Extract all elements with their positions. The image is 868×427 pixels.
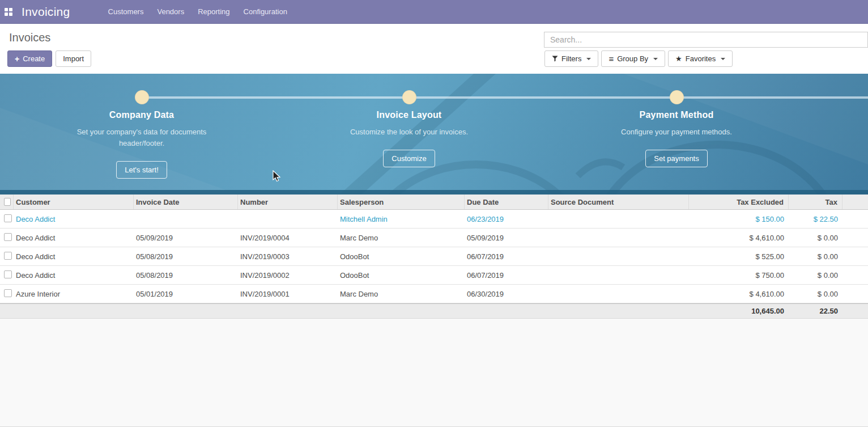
cell-salesperson[interactable]: OdooBot: [338, 252, 465, 261]
cell-due-date[interactable]: 05/09/2019: [465, 234, 548, 242]
cell-invoice-date[interactable]: 05/01/2019: [134, 290, 238, 298]
onboarding-progress-line: [142, 96, 868, 99]
cell-invoice-date[interactable]: 05/08/2019: [134, 252, 238, 261]
table-row[interactable]: Deco Addict 05/08/2019 INV/2019/0003 Odo…: [0, 247, 868, 266]
cell-customer[interactable]: Azure Interior: [14, 290, 134, 298]
group-by-icon: ≡: [609, 54, 614, 63]
table-row[interactable]: Deco Addict 05/09/2019 INV/2019/0004 Mar…: [0, 229, 868, 247]
cell-due-date[interactable]: 06/07/2019: [465, 271, 548, 280]
cell-number[interactable]: INV/2019/0003: [238, 252, 338, 261]
star-icon: ★: [675, 55, 682, 62]
table-footer-row: 10,645.00 22.50: [0, 303, 868, 319]
main-menu: Customers Vendors Reporting Configuratio…: [102, 1, 293, 23]
cell-number[interactable]: INV/2019/0002: [238, 271, 338, 280]
caret-down-icon: [586, 58, 591, 60]
cell-number[interactable]: INV/2019/0001: [238, 290, 338, 298]
step-title: Payment Method: [586, 110, 767, 120]
cell-tax-excluded[interactable]: $ 4,610.00: [689, 290, 789, 298]
cell-salesperson[interactable]: Marc Demo: [338, 290, 465, 298]
cell-tax[interactable]: $ 0.00: [789, 252, 843, 261]
row-checkbox[interactable]: [4, 233, 12, 241]
onboarding-step-company-data: Company Data Set your company's data for…: [51, 110, 232, 179]
cell-customer[interactable]: Deco Addict: [14, 215, 134, 223]
step-description: Configure your payment methods.: [606, 126, 747, 138]
menu-configuration[interactable]: Configuration: [237, 1, 293, 23]
customize-button[interactable]: Customize: [383, 150, 435, 167]
step-description: Customize the look of your invoices.: [338, 126, 480, 138]
cell-due-date[interactable]: 06/30/2019: [465, 290, 548, 298]
create-button[interactable]: + Create: [7, 50, 52, 67]
cell-tax-excluded[interactable]: $ 525.00: [689, 252, 789, 261]
set-payments-button[interactable]: Set payments: [645, 150, 708, 167]
cell-customer[interactable]: Deco Addict: [14, 252, 134, 261]
step-dot-company-data[interactable]: [135, 90, 149, 104]
cell-tax[interactable]: $ 0.00: [789, 271, 843, 280]
cell-customer[interactable]: Deco Addict: [14, 234, 134, 242]
cell-salesperson[interactable]: Mitchell Admin: [338, 215, 465, 223]
cell-tax-excluded[interactable]: $ 4,610.00: [689, 234, 789, 242]
cell-number[interactable]: INV/2019/0004: [238, 234, 338, 242]
invoicing-page: Invoicing Customers Vendors Reporting Co…: [0, 0, 868, 427]
menu-vendors[interactable]: Vendors: [151, 1, 190, 23]
step-description: Set your company's data for documents he…: [71, 126, 212, 149]
invoices-table: Customer Invoice Date Number Salesperson…: [0, 195, 868, 319]
filters-button[interactable]: Filters: [544, 50, 598, 67]
total-tax: 22.50: [789, 307, 843, 315]
select-all-checkbox[interactable]: [4, 198, 11, 206]
table-row[interactable]: Azure Interior 05/01/2019 INV/2019/0001 …: [0, 285, 868, 303]
row-checkbox[interactable]: [4, 214, 12, 222]
cell-tax-excluded[interactable]: $ 750.00: [689, 271, 789, 280]
app-title: Invoicing: [22, 5, 70, 19]
apps-grid-icon[interactable]: [5, 8, 12, 16]
cell-due-date[interactable]: 06/23/2019: [465, 215, 548, 223]
onboarding-step-payment-method: Payment Method Configure your payment me…: [586, 110, 767, 167]
step-title: Invoice Layout: [318, 110, 500, 120]
onboarding-banner: Company Data Set your company's data for…: [0, 74, 868, 195]
cell-invoice-date[interactable]: 05/08/2019: [134, 271, 238, 280]
col-header-source-document[interactable]: Source Document: [548, 195, 689, 209]
cell-tax[interactable]: $ 22.50: [789, 215, 843, 223]
top-navbar: Invoicing Customers Vendors Reporting Co…: [0, 0, 868, 24]
empty-area: [0, 319, 868, 427]
total-tax-excluded: 10,645.00: [689, 307, 789, 315]
menu-customers[interactable]: Customers: [102, 1, 150, 23]
col-header-due-date[interactable]: Due Date: [465, 195, 548, 209]
menu-reporting[interactable]: Reporting: [192, 1, 236, 23]
cell-invoice-date[interactable]: 05/09/2019: [134, 234, 238, 242]
col-header-tax-excluded[interactable]: Tax Excluded: [689, 195, 789, 209]
step-dot-invoice-layout[interactable]: [402, 90, 416, 104]
lets-start-button[interactable]: Let's start!: [116, 161, 167, 179]
table-row[interactable]: Deco Addict Mitchell Admin 06/23/2019 $ …: [0, 210, 868, 229]
cell-due-date[interactable]: 06/07/2019: [465, 252, 548, 261]
row-checkbox[interactable]: [4, 270, 12, 278]
row-checkbox[interactable]: [4, 289, 12, 297]
table-header-row: Customer Invoice Date Number Salesperson…: [0, 195, 868, 210]
step-dot-payment-method[interactable]: [670, 90, 684, 104]
search-input[interactable]: [544, 32, 868, 48]
step-title: Company Data: [51, 110, 232, 120]
control-panel: Invoices + Create Import Filters ≡ Group…: [0, 24, 868, 74]
cell-salesperson[interactable]: Marc Demo: [338, 234, 465, 242]
favorites-button[interactable]: ★ Favorites: [668, 50, 733, 67]
table-row[interactable]: Deco Addict 05/08/2019 INV/2019/0002 Odo…: [0, 266, 868, 285]
cell-tax[interactable]: $ 0.00: [789, 290, 843, 298]
col-header-number[interactable]: Number: [238, 195, 338, 209]
col-header-salesperson[interactable]: Salesperson: [338, 195, 465, 209]
row-checkbox[interactable]: [4, 252, 12, 260]
filter-funnel-icon: [552, 56, 558, 62]
cell-tax[interactable]: $ 0.00: [789, 234, 843, 242]
plus-icon: +: [15, 55, 19, 63]
caret-down-icon: [653, 58, 658, 60]
onboarding-step-invoice-layout: Invoice Layout Customize the look of you…: [318, 110, 500, 167]
caret-down-icon: [721, 58, 725, 60]
cell-tax-excluded[interactable]: $ 150.00: [689, 215, 789, 223]
group-by-button[interactable]: ≡ Group By: [601, 50, 665, 67]
col-header-customer[interactable]: Customer: [14, 195, 134, 209]
col-header-invoice-date[interactable]: Invoice Date: [134, 195, 238, 209]
page-title: Invoices: [9, 31, 50, 44]
col-header-tax[interactable]: Tax: [789, 195, 843, 209]
import-button[interactable]: Import: [56, 50, 91, 67]
cell-customer[interactable]: Deco Addict: [14, 271, 134, 280]
cell-salesperson[interactable]: OdooBot: [338, 271, 465, 280]
